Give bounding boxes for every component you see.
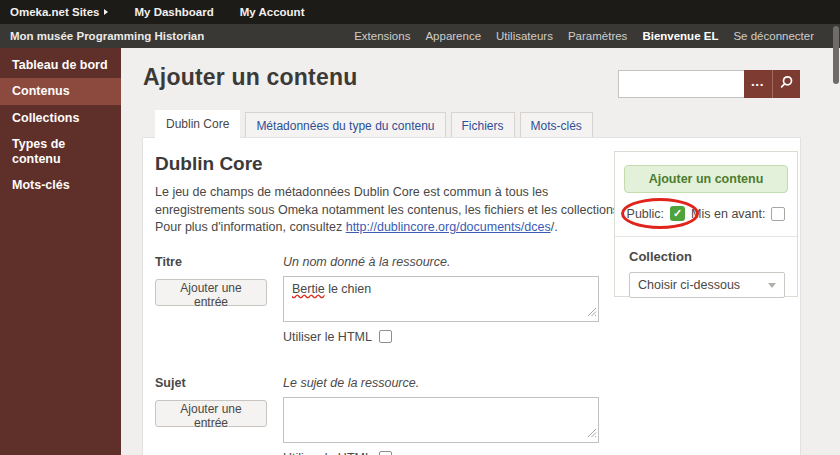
my-dashboard-label: My Dashboard: [134, 6, 213, 18]
titre-use-html-row: Utiliser le HTML: [283, 330, 599, 344]
logout-link[interactable]: Se déconnecter: [733, 30, 814, 42]
advanced-search-button[interactable]: •••: [744, 70, 772, 98]
description-text-after: /.: [551, 220, 558, 234]
ellipsis-icon: •••: [752, 80, 765, 89]
featured-label: Mis en avant:: [691, 207, 765, 221]
public-checkbox-checked[interactable]: ✓: [670, 206, 685, 221]
sidebar-item-contenus[interactable]: Contenus: [0, 78, 121, 104]
field-sujet-left: Sujet Ajouter une entrée: [155, 374, 283, 455]
admin-bar-nav: Extensions Apparence Utilisateurs Paramè…: [354, 30, 814, 42]
site-title-link[interactable]: Mon musée Programming Historian: [10, 30, 204, 42]
field-titre-hint: Un nom donné à la ressource.: [283, 253, 599, 269]
my-account-label: My Account: [240, 6, 305, 18]
vertical-scrollbar-thumb[interactable]: [833, 26, 839, 84]
sujet-textarea[interactable]: [283, 397, 599, 443]
page-title: Ajouter un contenu: [143, 64, 357, 91]
content-tabs: Dublin Core Métadonnées du type du conte…: [155, 110, 593, 139]
resize-handle-icon[interactable]: [587, 306, 597, 320]
omeka-sites-menu[interactable]: Omeka.net Sites: [10, 6, 108, 18]
tab-mots-cles[interactable]: Mots-clés: [520, 112, 593, 139]
field-sujet-hint: Le sujet de la ressource.: [283, 374, 599, 390]
dublin-core-description: Le jeu de champs de métadonnées Dublin C…: [155, 184, 623, 237]
field-row-sujet: Sujet Ajouter une entrée Le sujet de la …: [155, 374, 800, 455]
tab-fichiers[interactable]: Fichiers: [451, 112, 515, 139]
search-icon: [779, 75, 794, 93]
titre-textarea[interactable]: Bertie le chien: [283, 276, 599, 322]
sujet-use-html-checkbox[interactable]: [379, 451, 392, 455]
tab-metadonnees-type[interactable]: Métadonnées du type du contenu: [245, 112, 445, 139]
sidebar-item-types-de-contenu[interactable]: Types de contenu: [0, 131, 121, 172]
sujet-use-html-label: Utiliser le HTML: [283, 451, 372, 455]
titre-value-misspelled: Bertie: [292, 282, 325, 296]
collection-label: Collection: [629, 249, 797, 264]
nav-apparence[interactable]: Apparence: [425, 30, 481, 42]
add-content-submit-button[interactable]: Ajouter un contenu: [624, 165, 788, 193]
collection-selected-value: Choisir ci-dessous: [638, 278, 740, 292]
page-layout: Tableau de bord Contenus Collections Typ…: [0, 48, 840, 455]
public-featured-row: Public: ✓ Mis en avant:: [615, 206, 797, 221]
nav-utilisateurs[interactable]: Utilisateurs: [496, 30, 553, 42]
dublincore-link[interactable]: http://dublincore.org/documents/dces: [346, 220, 551, 234]
field-sujet-right: Le sujet de la ressource. Utiliser le HT…: [283, 374, 599, 455]
field-titre-left: Titre Ajouter une entrée: [155, 253, 283, 344]
nav-parametres[interactable]: Paramètres: [568, 30, 627, 42]
sujet-add-entry-button[interactable]: Ajouter une entrée: [155, 400, 267, 427]
welcome-user-link[interactable]: Bienvenue EL: [642, 30, 718, 42]
check-icon: ✓: [673, 208, 682, 219]
search-submit-button[interactable]: [772, 70, 800, 98]
titre-add-entry-button[interactable]: Ajouter une entrée: [155, 279, 267, 306]
featured-checkbox[interactable]: [771, 207, 785, 221]
sidebar-item-tableau-de-bord[interactable]: Tableau de bord: [0, 52, 121, 78]
admin-bar: Mon musée Programming Historian Extensio…: [0, 24, 840, 48]
public-label: Public:: [627, 207, 665, 221]
caret-right-icon: [104, 9, 108, 15]
tab-dublin-core[interactable]: Dublin Core: [155, 110, 240, 139]
collection-select[interactable]: Choisir ci-dessous: [629, 272, 785, 298]
search-input[interactable]: [618, 70, 744, 98]
sidebar: Tableau de bord Contenus Collections Typ…: [0, 48, 121, 455]
omeka-top-bar: Omeka.net Sites My Dashboard My Account: [0, 0, 840, 24]
panel-divider: [615, 236, 797, 237]
titre-value-rest: le chien: [325, 282, 372, 296]
field-titre-right: Un nom donné à la ressource. Bertie le c…: [283, 253, 599, 344]
field-titre-label: Titre: [155, 253, 283, 269]
main-area: Ajouter un contenu ••• Dublin Core Métad…: [121, 48, 840, 455]
sujet-use-html-row: Utiliser le HTML: [283, 451, 599, 455]
resize-handle-icon[interactable]: [587, 427, 597, 441]
nav-extensions[interactable]: Extensions: [354, 30, 410, 42]
my-account-link[interactable]: My Account: [240, 6, 305, 18]
titre-use-html-checkbox[interactable]: [379, 330, 392, 343]
save-panel: Ajouter un contenu Public: ✓ Mis en avan…: [614, 151, 798, 297]
chevron-down-icon: [768, 283, 776, 288]
search-bar: •••: [618, 70, 800, 98]
omeka-sites-label: Omeka.net Sites: [10, 6, 99, 18]
sidebar-item-mots-cles[interactable]: Mots-clés: [0, 172, 121, 198]
sidebar-item-collections[interactable]: Collections: [0, 105, 121, 131]
my-dashboard-link[interactable]: My Dashboard: [134, 6, 213, 18]
titre-use-html-label: Utiliser le HTML: [283, 330, 372, 344]
field-sujet-label: Sujet: [155, 374, 283, 390]
